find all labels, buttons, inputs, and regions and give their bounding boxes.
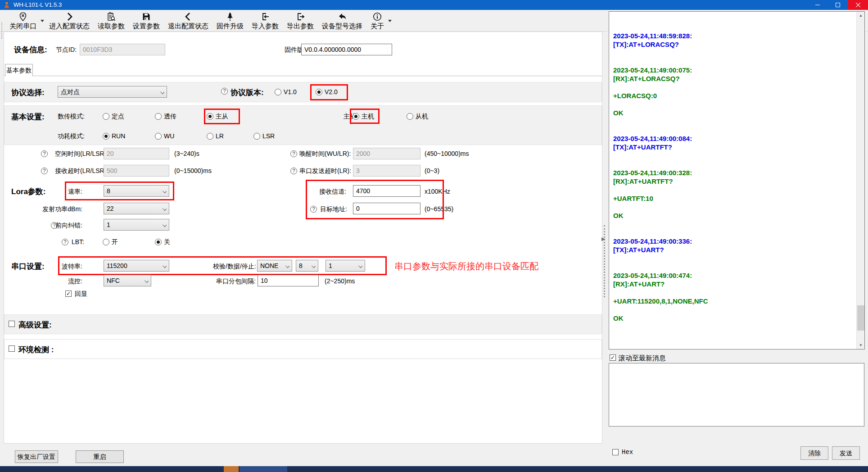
- rx-channel-field[interactable]: 4700: [353, 185, 420, 197]
- tx-power-combo[interactable]: 22: [104, 203, 169, 214]
- log-line: 2023-05-24,11:49:00:084:: [613, 134, 854, 143]
- target-addr-label: 目标地址:: [320, 205, 347, 213]
- protocol-select-combo[interactable]: 点对点: [58, 86, 167, 98]
- idle-time-help-icon[interactable]: ?: [41, 150, 48, 157]
- rate-combo[interactable]: 8: [104, 185, 169, 197]
- firmware-upgrade-button[interactable]: 固件升级: [212, 10, 248, 31]
- close-button[interactable]: [848, 0, 868, 10]
- radio-master[interactable]: [353, 113, 359, 120]
- fec-combo[interactable]: 1: [104, 219, 169, 231]
- rx-timeout-field[interactable]: 500: [104, 165, 169, 177]
- target-addr-field[interactable]: 0: [353, 203, 420, 214]
- enter-config-button[interactable]: 进入配置状态: [45, 10, 94, 31]
- uart-timeout-help-icon[interactable]: ?: [290, 168, 297, 174]
- target-addr-range: (0~65535): [425, 205, 453, 213]
- radio-power-wu[interactable]: [155, 133, 162, 140]
- title-bar: WH-L101-L V1.5.3: [0, 0, 868, 10]
- protocol-version-help-icon[interactable]: ?: [221, 88, 228, 95]
- log-output-panel[interactable]: 2023-05-24,11:48:59:828:[TX]:AT+LORACSQ?…: [609, 11, 865, 349]
- enter-config-label: 进入配置状态: [49, 22, 90, 31]
- radio-power-lr[interactable]: [207, 133, 213, 140]
- log-line: [TX]:AT+LORACSQ?: [613, 40, 854, 49]
- node-id-field[interactable]: 0010F3D3: [80, 44, 165, 55]
- protocol-version-label: 协议版本:: [231, 87, 264, 98]
- reboot-button[interactable]: 重启: [76, 450, 124, 463]
- minimize-button[interactable]: [807, 0, 827, 10]
- radio-lbt-on[interactable]: [103, 239, 109, 245]
- flow-control-combo[interactable]: NFC: [104, 275, 151, 286]
- device-model-label: 设备型号选择: [322, 22, 362, 31]
- radio-mode-transparent[interactable]: [155, 113, 162, 120]
- close-port-label: 关闭串口: [9, 22, 36, 31]
- radio-power-lsr[interactable]: [253, 133, 260, 140]
- target-addr-help-icon[interactable]: ?: [310, 206, 317, 213]
- log-line: [RX]:AT+LORACSQ?: [613, 74, 854, 83]
- idle-time-field[interactable]: 20: [104, 148, 169, 159]
- taskbar-app-segment: [240, 466, 287, 472]
- close-port-icon: [18, 11, 28, 22]
- about-button[interactable]: 关于: [366, 10, 388, 31]
- advanced-checkbox[interactable]: [9, 321, 15, 327]
- firmware-field[interactable]: V0.0.4.000000.0000: [301, 44, 392, 55]
- databits-combo[interactable]: 8: [296, 260, 318, 272]
- hex-checkbox[interactable]: [612, 449, 619, 455]
- save-params-button[interactable]: 设置参数: [129, 10, 164, 31]
- send-button[interactable]: 发送: [832, 446, 860, 460]
- about-dropdown-caret[interactable]: [388, 20, 392, 22]
- clear-button[interactable]: 清除: [800, 446, 828, 460]
- radio-lbt-off-label: 关: [164, 238, 170, 246]
- log-scrollbar[interactable]: ▲ ▼: [856, 12, 864, 349]
- radio-power-run[interactable]: [103, 133, 109, 140]
- parity-combo[interactable]: NONE: [257, 260, 292, 272]
- packet-gap-field[interactable]: 10: [258, 275, 319, 286]
- log-line: 2023-05-24,11:49:00:336:: [613, 237, 854, 245]
- radio-lbt-off[interactable]: [155, 239, 162, 245]
- env-checkbox[interactable]: [9, 345, 15, 352]
- echo-checkbox[interactable]: ✓: [65, 290, 72, 297]
- chevron-down-icon: [163, 190, 167, 193]
- radio-slave[interactable]: [407, 113, 413, 120]
- import-params-button[interactable]: 导入参数: [248, 10, 283, 31]
- uart-timeout-field[interactable]: 3: [353, 165, 420, 177]
- export-params-button[interactable]: 导出参数: [283, 10, 318, 31]
- exit-config-button[interactable]: 退出配置状态: [164, 10, 212, 31]
- tab-basic-params[interactable]: 基本参数: [5, 64, 33, 76]
- radio-mode-masterslave[interactable]: [207, 113, 213, 120]
- factory-reset-button[interactable]: 恢复出厂设置: [15, 450, 58, 463]
- maximize-button[interactable]: [827, 0, 848, 10]
- log-line: [TX]:AT+UARTFT?: [613, 143, 854, 151]
- close-port-button[interactable]: 关闭串口: [5, 10, 41, 31]
- radio-mode-fixed[interactable]: [103, 113, 109, 120]
- log-line: 2023-05-24,11:49:00:474:: [613, 271, 854, 280]
- scrollbar-thumb[interactable]: [857, 305, 864, 331]
- log-line: [613, 288, 854, 297]
- wake-time-field[interactable]: 2000: [353, 148, 420, 159]
- read-params-icon: [106, 11, 116, 22]
- rx-timeout-help-icon[interactable]: ?: [41, 168, 48, 174]
- log-lines: 2023-05-24,11:48:59:828:[TX]:AT+LORACSQ?…: [613, 32, 854, 322]
- log-line: [613, 57, 854, 66]
- stopbits-combo[interactable]: 1: [326, 260, 365, 272]
- toolbar-grip[interactable]: [1, 23, 3, 39]
- device-model-button[interactable]: 设备型号选择: [318, 10, 366, 31]
- device-info-label: 设备信息:: [14, 45, 47, 55]
- radio-v2[interactable]: [316, 89, 322, 95]
- transfer-mode-label: 数传模式:: [58, 113, 85, 121]
- radio-v2-label: V2.0: [325, 88, 338, 95]
- close-port-dropdown-caret[interactable]: [41, 20, 44, 22]
- scroll-down-icon[interactable]: ▼: [857, 341, 865, 349]
- splitter-collapse-arrow[interactable]: ▶: [601, 236, 605, 242]
- wake-time-help-icon[interactable]: ?: [290, 150, 297, 157]
- scroll-latest-checkbox[interactable]: ✓: [610, 354, 616, 361]
- parity-data-stop-label: 校验/数据/停止:: [213, 263, 256, 271]
- send-input-area[interactable]: [609, 363, 864, 427]
- read-params-button[interactable]: 读取参数: [94, 10, 129, 31]
- log-line: 2023-05-24,11:48:59:828:: [613, 32, 854, 40]
- lbt-help-icon[interactable]: ?: [62, 239, 68, 245]
- baud-combo[interactable]: 115200: [104, 260, 169, 272]
- scroll-up-icon[interactable]: ▲: [857, 12, 865, 19]
- radio-v1[interactable]: [275, 89, 281, 95]
- log-line: 2023-05-24,11:49:00:328:: [613, 168, 854, 177]
- app-icon: [4, 2, 10, 8]
- about-label: 关于: [371, 22, 384, 31]
